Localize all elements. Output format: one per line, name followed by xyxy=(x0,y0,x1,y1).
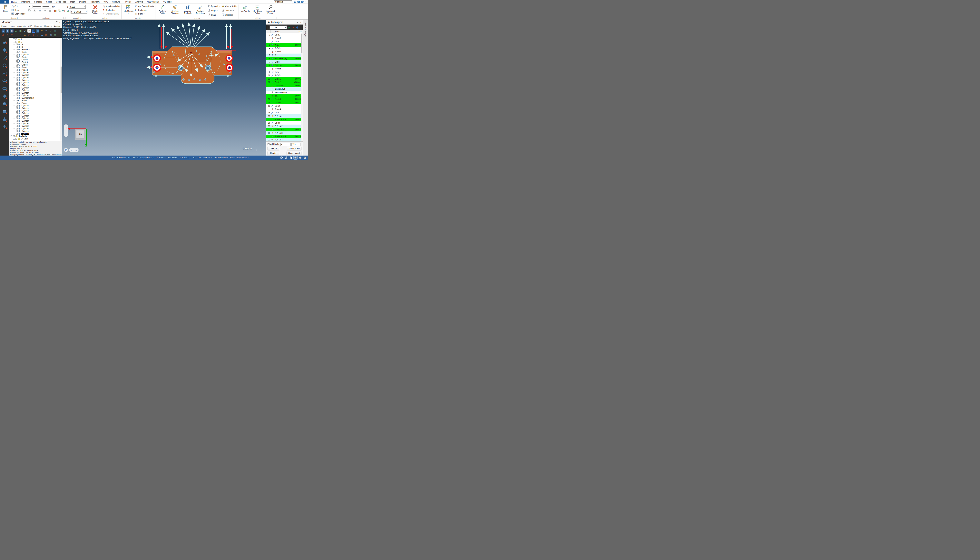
solid-color-button[interactable] xyxy=(33,9,36,12)
tree-item-cylinder[interactable]: Cylinder xyxy=(11,112,62,115)
visibility-checkbox[interactable] xyxy=(16,79,18,81)
status-cplane[interactable]: CPLANE: Back ▾ xyxy=(198,157,212,159)
tree-item-cylinder[interactable]: Cylinder xyxy=(11,127,62,130)
info-icon[interactable]: i xyxy=(297,1,300,3)
inspect-row-probe3[interactable]: Probe3 xyxy=(266,67,302,70)
probe-points-icon[interactable]: ∵ xyxy=(10,33,13,37)
feature-tag-icon[interactable]: ◆ xyxy=(40,33,44,37)
run-addin-button[interactable]: Run Add-In▾ xyxy=(239,4,251,13)
point-measure-icon[interactable] xyxy=(2,47,8,53)
visibility-checkbox[interactable] xyxy=(16,74,18,76)
inspect-row-pln-a-3[interactable]: 20PLN_A-3 xyxy=(266,132,302,135)
paste-button[interactable]: Paste xyxy=(1,4,10,12)
circle-points-icon[interactable]: ◌ xyxy=(19,33,22,37)
visibility-checkbox[interactable] xyxy=(13,135,15,137)
visibility-checkbox[interactable] xyxy=(16,92,18,94)
tree-item-24-2898[interactable]: +24-2898 xyxy=(11,137,62,140)
tree-item-plane[interactable]: Plane xyxy=(11,102,62,104)
ribbon-tab-surfaces[interactable]: Surfaces xyxy=(32,0,44,3)
tree-scrollbar[interactable] xyxy=(60,38,62,141)
visibility-checkbox[interactable] xyxy=(16,72,18,73)
visibility-checkbox[interactable] xyxy=(16,64,18,66)
status-wcs[interactable]: WCS: New fa new B ▾ xyxy=(230,157,248,159)
inspect-row-pln-a-2[interactable]: 19PLN_A-2 xyxy=(266,125,302,128)
probe-config-icon[interactable]: ⚲ xyxy=(49,29,52,33)
tree-item-circle3[interactable]: Circle3 xyxy=(11,61,62,63)
run-range-dropdown[interactable]: 7 - 129▾ xyxy=(269,25,287,29)
tree-item-cylinder[interactable]: Cylinder xyxy=(11,92,62,94)
ribbon-tab-view[interactable]: View xyxy=(101,0,110,3)
collapse-ribbon-icon[interactable]: ⌃ xyxy=(305,1,306,3)
visibility-checkbox[interactable] xyxy=(16,110,18,112)
tree-item-analysis[interactable]: −Analysis xyxy=(11,135,62,137)
tree-item-cylinder[interactable]: Cylinder xyxy=(11,84,62,87)
dev-column-header[interactable]: Dev xyxy=(295,30,302,33)
tree-item-b[interactable]: B xyxy=(11,46,62,48)
bullseye-probe-icon[interactable]: ◎ xyxy=(2,33,5,37)
inspect-row-goto7[interactable]: 16GoTo7 xyxy=(266,111,302,114)
tree-item-cylinder[interactable]: Cylinder xyxy=(11,117,62,120)
visibility-checkbox[interactable] xyxy=(15,38,17,40)
feature-list-icon[interactable]: ▤ xyxy=(45,33,48,37)
point-down-measure-icon[interactable] xyxy=(2,124,8,130)
collapse-icon[interactable]: − xyxy=(11,135,12,137)
visibility-checkbox[interactable] xyxy=(16,102,18,104)
cylinder-measure-icon[interactable] xyxy=(2,108,8,114)
measure-tab-automate[interactable]: Automate xyxy=(16,25,27,28)
visibility-checkbox[interactable] xyxy=(16,90,18,91)
globe-wireframe-icon[interactable] xyxy=(279,156,283,160)
ribbon-tab-measure[interactable]: Measure xyxy=(110,0,122,3)
report-list-icon[interactable]: ≣ xyxy=(2,29,5,33)
pin-icon[interactable] xyxy=(297,21,298,23)
circle-square-icon[interactable]: □ xyxy=(27,33,31,37)
inspect-row-probe4[interactable]: Probe4 xyxy=(266,108,302,111)
inspect-row-probe2[interactable]: Probe2 xyxy=(266,50,302,53)
tree-item-circle[interactable]: Circle xyxy=(11,51,62,53)
name-column-header[interactable]: Name xyxy=(274,30,295,33)
tree-item-cylinder[interactable]: Cylinder xyxy=(11,76,62,79)
chevron-down-icon[interactable]: ▾ xyxy=(53,10,53,12)
inspect-row-flat-back-fb-[interactable]: 6Flat Back (fb)0.0000 xyxy=(266,57,302,60)
ribbon-tab-solids[interactable]: Solids xyxy=(44,0,54,3)
visibility-checkbox[interactable] xyxy=(15,138,17,140)
level-select[interactable]: 6 : D Curve▾ xyxy=(71,10,87,13)
device-manager-tab[interactable]: Device Manager xyxy=(304,22,307,155)
ribbon-tab-transform[interactable]: Transform xyxy=(88,0,101,3)
statistics-button[interactable]: Σ Statistics xyxy=(221,13,238,17)
screen-capture-icon[interactable]: ▣ xyxy=(10,29,13,33)
hide-unhide-button[interactable]: Hide/Unhide ▾ xyxy=(122,4,134,15)
inspect-row-circle2[interactable]: 12Circle2-0.0001 xyxy=(266,81,302,84)
file-menu-button[interactable]: File xyxy=(0,0,9,3)
ribbon-tab-drafting[interactable]: Drafting xyxy=(77,0,88,3)
stop-button[interactable]: ■ xyxy=(292,26,295,29)
inspect-scrollbar[interactable] xyxy=(301,33,302,142)
visibility-checkbox[interactable] xyxy=(15,41,17,43)
ribbon-tab-mbd-validate[interactable]: MBD Validate xyxy=(145,0,161,3)
inspect-row-b[interactable]: 5B xyxy=(266,53,302,57)
visibility-checkbox[interactable] xyxy=(16,43,18,45)
visibility-checkbox[interactable] xyxy=(16,115,18,117)
tree-item-circle4[interactable]: Circle4 xyxy=(11,63,62,66)
point-cloud-measure-icon[interactable] xyxy=(2,40,8,45)
visibility-checkbox[interactable] xyxy=(16,54,18,55)
tree-item-cylinder[interactable]: Cylinder xyxy=(11,120,62,122)
tree-item-a[interactable]: A xyxy=(11,43,62,46)
tree-item-cylinder[interactable]: Cylinder xyxy=(11,79,62,82)
visibility-checkbox[interactable] xyxy=(16,128,18,130)
probe-tools-icon[interactable]: ✎ xyxy=(45,29,48,33)
command-finder-button[interactable]: Command Finder xyxy=(264,4,276,14)
inspect-row-goto6[interactable]: 15GoTo6 xyxy=(266,104,302,108)
slot-measure-icon[interactable] xyxy=(2,85,8,92)
feedback-icon[interactable] xyxy=(293,0,296,3)
ribbon-tab-model-prep[interactable]: Model Prep xyxy=(54,0,68,3)
cone-measure-icon[interactable] xyxy=(2,116,8,122)
target-eye-icon[interactable]: ◉ xyxy=(53,29,56,33)
tree-item-cylinder[interactable]: Cylinder xyxy=(11,132,62,135)
chevron-down-icon[interactable]: ▾ xyxy=(42,10,43,12)
show-report-button[interactable]: Show Report xyxy=(287,151,301,155)
circle-measure-icon[interactable] xyxy=(2,63,8,68)
visibility-checkbox[interactable] xyxy=(16,130,18,132)
list-view-icon[interactable]: ≡ xyxy=(27,29,31,33)
visibility-checkbox[interactable] xyxy=(16,84,18,86)
analyze-angle-button[interactable]: ? Angle▾ xyxy=(207,9,221,12)
